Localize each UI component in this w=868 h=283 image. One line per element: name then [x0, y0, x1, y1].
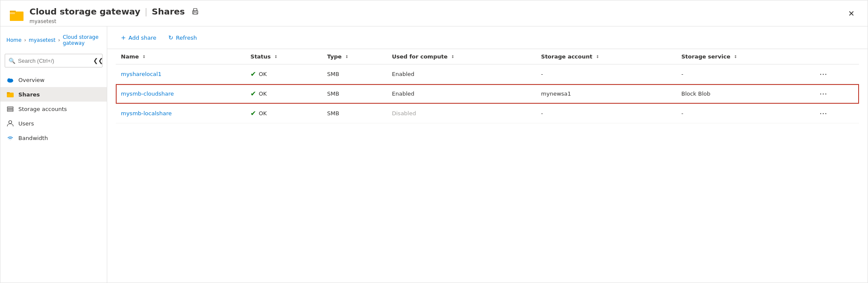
add-icon: + [121, 34, 126, 41]
sidebar-item-overview[interactable]: Overview [0, 73, 107, 87]
wifi-icon [6, 134, 14, 142]
sidebar-item-label: Storage accounts [18, 106, 67, 112]
sidebar-item-label: Users [18, 120, 34, 127]
close-button[interactable]: ✕ [844, 6, 859, 21]
col-header-type[interactable]: Type ↕ [322, 49, 387, 64]
svg-rect-14 [7, 107, 13, 108]
svg-point-10 [8, 79, 11, 82]
nav-menu: Overview Shares Storage accounts Users B… [0, 73, 107, 145]
sort-icon-status: ↕ [274, 55, 278, 59]
cell-type: SMB [322, 84, 387, 104]
cell-compute: Enabled [387, 64, 536, 84]
refresh-label: Refresh [176, 35, 197, 41]
page-title-section: Shares [152, 6, 185, 17]
svg-point-11 [10, 79, 13, 82]
breadcrumb-home[interactable]: Home [6, 37, 21, 43]
table-row[interactable]: mysharelocal1 ✔️ OK SMB Enabled - - ⋯ [116, 64, 859, 84]
cell-storage-account: mynewsa1 [536, 84, 676, 104]
sort-icon-storage-service: ↕ [734, 55, 737, 59]
share-name-link[interactable]: mysmb-cloudshare [121, 90, 174, 97]
shares-table-container: Name ↕ Status ↕ Type ↕ [107, 49, 868, 283]
toolbar: + Add share ↻ Refresh [107, 26, 868, 49]
status-check-icon: ✔️ [250, 90, 256, 98]
share-name-link[interactable]: mysharelocal1 [121, 71, 161, 77]
table-body: mysharelocal1 ✔️ OK SMB Enabled - - ⋯ my… [116, 64, 859, 123]
svg-rect-13 [7, 92, 10, 93]
shares-table: Name ↕ Status ↕ Type ↕ [116, 49, 859, 123]
sidebar-item-shares[interactable]: Shares [0, 87, 107, 102]
sort-icon-type: ↕ [345, 55, 349, 59]
breadcrumb-resource[interactable]: myasetest [29, 37, 56, 43]
person-icon [6, 120, 14, 127]
refresh-button[interactable]: ↻ Refresh [163, 32, 202, 44]
col-header-actions [812, 49, 859, 64]
breadcrumb: Home › myasetest › Cloud storage gateway [0, 32, 107, 50]
status-text: OK [259, 110, 267, 117]
cell-more: ⋯ [812, 64, 859, 84]
search-box[interactable]: 🔍 ❮❮ [5, 54, 103, 67]
sidebar-item-label: Overview [18, 77, 44, 83]
title-separator: | [145, 6, 148, 17]
add-share-button[interactable]: + Add share [116, 32, 161, 44]
sidebar-item-bandwidth[interactable]: Bandwidth [0, 131, 107, 145]
cell-storage-account: - [536, 64, 676, 84]
row-more-button[interactable]: ⋯ [817, 88, 830, 99]
svg-rect-4 [10, 12, 15, 14]
cell-status: ✔️ OK [245, 64, 322, 84]
sort-icon-compute: ↕ [451, 55, 455, 59]
sort-icon-storage-account: ↕ [596, 55, 599, 59]
status-text: OK [259, 71, 267, 77]
cell-status: ✔️ OK [245, 104, 322, 123]
page-title-main: Cloud storage gateway [29, 6, 141, 17]
cell-more: ⋯ [812, 84, 859, 104]
sidebar-item-users[interactable]: Users [0, 116, 107, 131]
cell-more: ⋯ [812, 104, 859, 123]
col-header-storage-service[interactable]: Storage service ↕ [676, 49, 812, 64]
svg-rect-16 [7, 110, 13, 111]
row-more-button[interactable]: ⋯ [817, 69, 830, 79]
database-icon [6, 105, 14, 113]
cell-storage-account: - [536, 104, 676, 123]
table-row[interactable]: mysmb-localshare ✔️ OK SMB Disabled - - … [116, 104, 859, 123]
share-name-link[interactable]: mysmb-localshare [121, 110, 172, 117]
sidebar: Home › myasetest › Cloud storage gateway… [0, 26, 107, 283]
search-input[interactable] [18, 58, 90, 64]
cloud-icon [6, 76, 14, 84]
cell-storage-service: - [676, 104, 812, 123]
col-header-storage-account[interactable]: Storage account ↕ [536, 49, 676, 64]
cell-storage-service: - [676, 64, 812, 84]
cell-name: mysmb-localshare [116, 104, 245, 123]
collapse-sidebar-button[interactable]: ❮❮ [92, 56, 104, 65]
cell-compute: Disabled [387, 104, 536, 123]
col-header-compute[interactable]: Used for compute ↕ [387, 49, 536, 64]
svg-rect-7 [194, 12, 197, 14]
table-row[interactable]: mysmb-cloudshare ✔️ OK SMB Enabled mynew… [116, 84, 859, 104]
col-header-status[interactable]: Status ↕ [245, 49, 322, 64]
sidebar-item-label: Shares [18, 91, 40, 98]
cell-type: SMB [322, 104, 387, 123]
cell-name: mysharelocal1 [116, 64, 245, 84]
sidebar-item-storage-accounts[interactable]: Storage accounts [0, 102, 107, 116]
status-check-icon: ✔️ [250, 109, 256, 117]
svg-point-17 [9, 121, 12, 124]
folder-icon [6, 90, 14, 98]
search-icon: 🔍 [9, 58, 15, 64]
main-content: + Add share ↻ Refresh Name ↕ [107, 26, 868, 283]
cell-type: SMB [322, 64, 387, 84]
svg-rect-3 [10, 13, 23, 21]
cell-status: ✔️ OK [245, 84, 322, 104]
sort-icon-name: ↕ [143, 55, 146, 59]
table-header-row: Name ↕ Status ↕ Type ↕ [116, 49, 859, 64]
status-check-icon: ✔️ [250, 70, 256, 78]
refresh-icon: ↻ [168, 34, 173, 41]
status-text: OK [259, 90, 267, 97]
cell-storage-service: Block Blob [676, 84, 812, 104]
print-button[interactable] [189, 6, 201, 18]
svg-rect-15 [7, 108, 13, 110]
svg-point-8 [193, 12, 194, 12]
add-share-label: Add share [129, 35, 156, 41]
col-header-name[interactable]: Name ↕ [116, 49, 245, 64]
breadcrumb-current[interactable]: Cloud storage gateway [63, 34, 101, 46]
row-more-button[interactable]: ⋯ [817, 108, 830, 119]
folder-icon [9, 7, 24, 23]
